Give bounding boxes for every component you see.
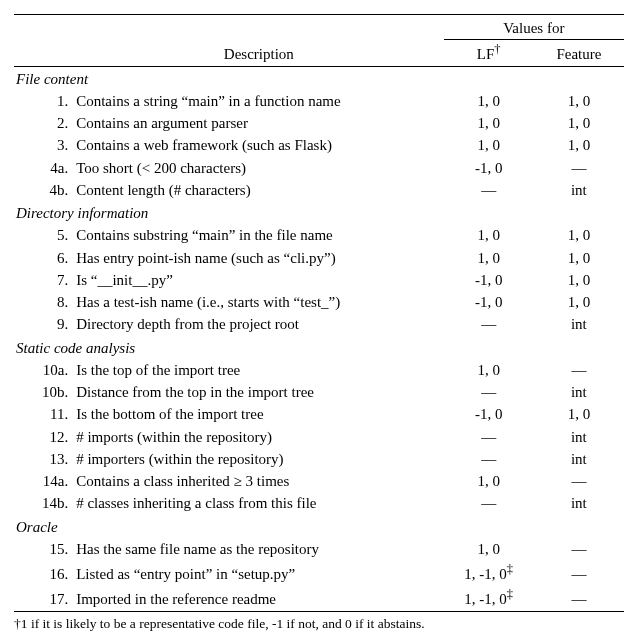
row-description: # imports (within the repository) <box>74 426 443 448</box>
row-number: 12. <box>14 426 74 448</box>
row-description: # classes inheriting a class from this f… <box>74 492 443 514</box>
row-feature-value: — <box>534 585 624 611</box>
row-description: Too short (< 200 characters) <box>74 157 443 179</box>
row-feature-value: int <box>534 381 624 403</box>
row-description: Content length (# characters) <box>74 179 443 201</box>
row-number: 1. <box>14 90 74 112</box>
row-description: Distance from the top in the import tree <box>74 381 443 403</box>
row-lf-value: — <box>444 313 534 335</box>
row-number: 5. <box>14 224 74 246</box>
row-lf-value: 1, 0 <box>444 90 534 112</box>
row-feature-value: — <box>534 157 624 179</box>
row-number: 14a. <box>14 470 74 492</box>
row-feature-value: — <box>534 538 624 560</box>
row-lf-value: 1, 0 <box>444 359 534 381</box>
row-description: Is the bottom of the import tree <box>74 403 443 425</box>
row-feature-value: int <box>534 179 624 201</box>
row-number: 11. <box>14 403 74 425</box>
row-description: Contains a string “main” in a function n… <box>74 90 443 112</box>
row-description: Contains an argument parser <box>74 112 443 134</box>
row-number: 16. <box>14 560 74 585</box>
row-description: Is “__init__.py” <box>74 269 443 291</box>
row-number: 8. <box>14 291 74 313</box>
header-description: Description <box>74 40 443 66</box>
row-number: 10a. <box>14 359 74 381</box>
row-lf-value: -1, 0 <box>444 291 534 313</box>
row-feature-value: 1, 0 <box>534 134 624 156</box>
row-lf-value: 1, -1, 0‡ <box>444 560 534 585</box>
row-lf-value: 1, 0 <box>444 224 534 246</box>
row-number: 9. <box>14 313 74 335</box>
row-feature-value: — <box>534 560 624 585</box>
row-number: 2. <box>14 112 74 134</box>
row-lf-value: — <box>444 492 534 514</box>
row-description: Directory depth from the project root <box>74 313 443 335</box>
row-lf-value: -1, 0 <box>444 157 534 179</box>
section-label: Directory information <box>14 201 624 224</box>
row-number: 4b. <box>14 179 74 201</box>
row-lf-value: 1, 0 <box>444 134 534 156</box>
row-number: 10b. <box>14 381 74 403</box>
row-lf-value: 1, 0 <box>444 470 534 492</box>
row-feature-value: int <box>534 492 624 514</box>
row-description: Has entry point-ish name (such as “cli.p… <box>74 247 443 269</box>
row-description: Imported in the reference readme <box>74 585 443 611</box>
row-lf-value: — <box>444 381 534 403</box>
header-feature: Feature <box>534 40 624 66</box>
row-feature-value: 1, 0 <box>534 224 624 246</box>
row-feature-value: 1, 0 <box>534 269 624 291</box>
row-number: 7. <box>14 269 74 291</box>
row-feature-value: — <box>534 470 624 492</box>
row-number: 13. <box>14 448 74 470</box>
section-label: Static code analysis <box>14 336 624 359</box>
header-values-for: Values for <box>444 17 624 40</box>
row-feature-value: — <box>534 359 624 381</box>
row-feature-value: int <box>534 448 624 470</box>
row-description: # importers (within the repository) <box>74 448 443 470</box>
header-lf: LF† <box>444 40 534 66</box>
row-number: 3. <box>14 134 74 156</box>
row-feature-value: 1, 0 <box>534 90 624 112</box>
feature-table: Values for Description LF† Feature File … <box>14 14 624 614</box>
row-description: Has the same file name as the repository <box>74 538 443 560</box>
row-lf-value: -1, 0 <box>444 403 534 425</box>
row-feature-value: 1, 0 <box>534 291 624 313</box>
row-number: 17. <box>14 585 74 611</box>
row-number: 15. <box>14 538 74 560</box>
row-lf-value: 1, 0 <box>444 538 534 560</box>
row-feature-value: 1, 0 <box>534 247 624 269</box>
row-feature-value: 1, 0 <box>534 112 624 134</box>
row-lf-value: 1, 0 <box>444 112 534 134</box>
row-description: Is the top of the import tree <box>74 359 443 381</box>
row-description: Has a test-ish name (i.e., starts with “… <box>74 291 443 313</box>
row-lf-value: — <box>444 448 534 470</box>
row-feature-value: int <box>534 426 624 448</box>
row-number: 6. <box>14 247 74 269</box>
row-lf-value: — <box>444 179 534 201</box>
row-feature-value: 1, 0 <box>534 403 624 425</box>
row-number: 4a. <box>14 157 74 179</box>
row-lf-value: 1, 0 <box>444 247 534 269</box>
row-description: Contains a web framework (such as Flask) <box>74 134 443 156</box>
footnote-dagger: †1 if it is likely to be a representativ… <box>14 614 624 633</box>
row-feature-value: int <box>534 313 624 335</box>
row-number: 14b. <box>14 492 74 514</box>
row-description: Contains substring “main” in the file na… <box>74 224 443 246</box>
row-lf-value: — <box>444 426 534 448</box>
section-label: Oracle <box>14 515 624 538</box>
row-description: Listed as “entry point” in “setup.py” <box>74 560 443 585</box>
section-label: File content <box>14 66 624 90</box>
row-lf-value: 1, -1, 0‡ <box>444 585 534 611</box>
row-lf-value: -1, 0 <box>444 269 534 291</box>
row-description: Contains a class inherited ≥ 3 times <box>74 470 443 492</box>
